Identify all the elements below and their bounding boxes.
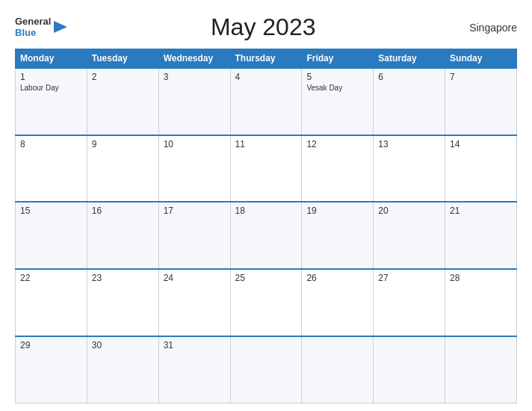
calendar-cell: 10 <box>158 135 230 203</box>
day-number: 8 <box>20 139 82 149</box>
calendar-cell: 29 <box>16 336 87 404</box>
day-number: 15 <box>20 206 82 216</box>
header-thursday: Thursday <box>230 49 302 69</box>
header-monday: Monday <box>16 49 87 69</box>
day-number: 29 <box>20 340 82 350</box>
calendar-cell: 20 <box>374 202 445 269</box>
day-number: 13 <box>378 139 440 149</box>
day-number: 30 <box>92 340 154 350</box>
day-number: 4 <box>235 72 297 82</box>
day-number: 12 <box>306 139 368 149</box>
calendar-cell: 22 <box>16 269 87 336</box>
calendar-week-row: 22232425262728 <box>16 269 517 336</box>
calendar-cell: 7 <box>445 68 517 135</box>
header-tuesday: Tuesday <box>87 49 158 69</box>
day-number: 21 <box>450 206 512 216</box>
calendar-cell: 19 <box>302 202 374 269</box>
day-number: 17 <box>164 206 226 216</box>
calendar-cell: 28 <box>445 269 517 336</box>
day-number: 10 <box>164 139 226 149</box>
calendar-week-row: 293031 <box>16 336 517 404</box>
logo-flag-icon <box>52 19 69 36</box>
calendar-cell: 21 <box>445 202 517 269</box>
day-number: 24 <box>164 273 226 283</box>
calendar-cell: 18 <box>230 202 302 269</box>
header: GeneralBlue May 2023 Singapore <box>15 13 517 41</box>
calendar-cell: 17 <box>158 202 230 269</box>
calendar-cell: 2 <box>87 68 158 135</box>
day-number: 6 <box>378 72 440 82</box>
header-wednesday: Wednesday <box>158 49 230 69</box>
header-saturday: Saturday <box>374 49 445 69</box>
calendar-cell <box>230 336 302 404</box>
logo: GeneralBlue <box>15 16 69 38</box>
calendar-cell: 24 <box>158 269 230 336</box>
calendar-cell: 4 <box>230 68 302 135</box>
day-number: 23 <box>92 273 154 283</box>
day-number: 1 <box>20 72 82 82</box>
calendar-cell <box>445 336 517 404</box>
region-label: Singapore <box>457 22 517 34</box>
day-number: 19 <box>306 206 368 216</box>
calendar-cell: 30 <box>87 336 158 404</box>
calendar-cell: 23 <box>87 269 158 336</box>
day-number: 26 <box>306 273 368 283</box>
day-number: 31 <box>164 340 226 350</box>
calendar-cell: 3 <box>158 68 230 135</box>
calendar-cell: 8 <box>16 135 87 203</box>
calendar-cell: 12 <box>302 135 374 203</box>
day-number: 18 <box>235 206 297 216</box>
holiday-label: Vesak Day <box>306 84 368 92</box>
calendar-cell: 6 <box>374 68 445 135</box>
calendar-cell <box>374 336 445 404</box>
logo-text: GeneralBlue <box>15 16 51 38</box>
header-friday: Friday <box>302 49 374 69</box>
calendar-cell: 27 <box>374 269 445 336</box>
day-number: 28 <box>450 273 512 283</box>
calendar-cell <box>302 336 374 404</box>
calendar-cell: 15 <box>16 202 87 269</box>
day-number: 16 <box>92 206 154 216</box>
day-number: 3 <box>164 72 226 82</box>
calendar-cell: 31 <box>158 336 230 404</box>
day-number: 2 <box>92 72 154 82</box>
day-number: 11 <box>235 139 297 149</box>
day-number: 14 <box>450 139 512 149</box>
calendar-cell: 25 <box>230 269 302 336</box>
day-number: 20 <box>378 206 440 216</box>
svg-marker-0 <box>54 21 67 33</box>
calendar-cell: 14 <box>445 135 517 203</box>
calendar-cell: 5Vesak Day <box>302 68 374 135</box>
header-sunday: Sunday <box>445 49 517 69</box>
calendar-title: May 2023 <box>69 13 457 41</box>
day-number: 22 <box>20 273 82 283</box>
day-number: 25 <box>235 273 297 283</box>
day-number: 9 <box>92 139 154 149</box>
calendar-page: GeneralBlue May 2023 Singapore Monday Tu… <box>0 0 532 411</box>
calendar-cell: 13 <box>374 135 445 203</box>
day-number: 5 <box>306 72 368 82</box>
calendar-week-row: 15161718192021 <box>16 202 517 269</box>
calendar-cell: 9 <box>87 135 158 203</box>
calendar-cell: 11 <box>230 135 302 203</box>
calendar-week-row: 891011121314 <box>16 135 517 203</box>
calendar-table: Monday Tuesday Wednesday Thursday Friday… <box>15 49 517 404</box>
day-number: 27 <box>378 273 440 283</box>
calendar-cell: 1Labour Day <box>16 68 87 135</box>
calendar-cell: 26 <box>302 269 374 336</box>
weekday-header-row: Monday Tuesday Wednesday Thursday Friday… <box>16 49 517 69</box>
day-number: 7 <box>450 72 512 82</box>
calendar-cell: 16 <box>87 202 158 269</box>
holiday-label: Labour Day <box>20 84 82 92</box>
logo-blue-text: Blue <box>15 27 36 38</box>
calendar-week-row: 1Labour Day2345Vesak Day67 <box>16 68 517 135</box>
